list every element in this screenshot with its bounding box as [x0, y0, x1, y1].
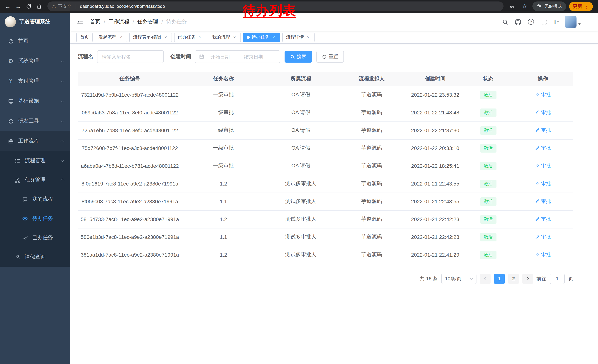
column-header-task-name: 任务名称	[182, 72, 265, 86]
page-content: 流程名 创建时间 - 搜索	[70, 44, 598, 364]
edit-pen-icon	[535, 199, 540, 204]
sidebar-item-label: 流程管理	[25, 157, 46, 164]
breadcrumb-home[interactable]: 首页	[90, 18, 100, 25]
tab-process-form-edit[interactable]: 流程表单-编辑 ×	[129, 32, 172, 42]
goto-page-input[interactable]	[550, 274, 565, 284]
refresh-icon	[322, 54, 327, 59]
table-row: 725a1eb6-7b88-11ec-8ef0-acde48001122 一级审…	[78, 121, 573, 139]
approve-button[interactable]: 审批	[535, 127, 551, 134]
approve-button[interactable]: 审批	[535, 198, 551, 205]
breadcrumb-separator: /	[162, 19, 163, 25]
page-button-1[interactable]: 1	[494, 274, 505, 284]
date-range-picker[interactable]: -	[195, 50, 280, 63]
page-button-2[interactable]: 2	[508, 274, 519, 284]
column-header-task-id: 任务编号	[78, 72, 182, 86]
font-size-icon[interactable]: TT	[553, 19, 559, 25]
edit-pen-icon	[535, 146, 540, 151]
sidebar-item-infrastructure[interactable]: 基础设施	[0, 91, 70, 111]
tab-process-detail[interactable]: 流程详情 ×	[282, 32, 315, 42]
github-icon[interactable]	[514, 18, 522, 25]
sidebar-item-payment-management[interactable]: ¥ 支付管理	[0, 71, 70, 91]
next-page-button[interactable]	[523, 274, 533, 284]
user-menu[interactable]	[565, 16, 581, 28]
tab-close-icon[interactable]: ×	[271, 35, 276, 40]
pagination: 共 16 条 10条/页 1 2 前往 页	[78, 274, 573, 284]
tab-close-icon[interactable]: ×	[118, 35, 123, 40]
sidebar-item-dev-tools[interactable]: 研发工具	[0, 111, 70, 131]
edit-pen-icon	[535, 181, 540, 186]
breadcrumb-task-management[interactable]: 任务管理	[137, 18, 158, 25]
tab-label: 已办任务	[178, 34, 196, 40]
sidebar-item-todo-tasks[interactable]: 待办任务	[0, 209, 70, 228]
sidebar-item-home[interactable]: 首页	[0, 31, 70, 51]
task-management-submenu: 我的流程 待办任务 已办任务	[0, 190, 70, 247]
browser-menu-icon[interactable]: ⋮	[584, 4, 589, 9]
sidebar-toggle-icon[interactable]	[76, 18, 84, 26]
sidebar-item-my-processes[interactable]: 我的流程	[0, 190, 70, 209]
tab-my-processes[interactable]: 我的流程 ×	[208, 32, 241, 42]
prev-page-button[interactable]	[480, 274, 490, 284]
breadcrumb-workflow[interactable]: 工作流程	[108, 18, 129, 25]
forward-icon[interactable]: →	[13, 1, 23, 11]
tab-start-process[interactable]: 发起流程 ×	[95, 32, 127, 42]
table-row: 8f059c03-7ac8-11ec-a9e2-a2380e71991a 1.1…	[78, 193, 573, 210]
cell-actions: 审批	[512, 86, 573, 104]
approve-button[interactable]: 审批	[535, 216, 551, 223]
tab-done-tasks[interactable]: 已办任务 ×	[174, 32, 206, 42]
fullscreen-icon[interactable]	[540, 18, 548, 25]
sidebar-item-process-management[interactable]: 流程管理	[0, 151, 70, 170]
sidebar-item-leave-query[interactable]: 请假查询	[0, 247, 70, 267]
approve-button[interactable]: 审批	[535, 91, 551, 98]
logo-avatar	[5, 16, 16, 27]
cell-task-name: 1.2	[182, 246, 265, 264]
process-name-input[interactable]	[97, 50, 164, 63]
cell-task-id: 58154733-7ac8-11ec-a9e2-a2380e71991a	[78, 210, 182, 228]
chevron-down-icon	[61, 119, 64, 122]
sidebar-item-done-tasks[interactable]: 已办任务	[0, 228, 70, 247]
app-logo[interactable]: 芋道管理系统	[0, 13, 70, 31]
sidebar-item-task-management[interactable]: 任务管理	[0, 170, 70, 190]
cell-task-name: 一级审批	[182, 104, 265, 121]
search-icon[interactable]	[501, 18, 509, 25]
chevron-down-icon	[61, 158, 64, 162]
cell-actions: 审批	[512, 139, 573, 157]
home-icon[interactable]	[34, 1, 44, 11]
sidebar-item-system-management[interactable]: ⚙ 系统管理	[0, 51, 70, 71]
screen: ← → ⚠ 不安全 dashboard.yudao.iocoder.cn/bpm…	[0, 0, 598, 364]
tab-close-icon[interactable]: ×	[306, 35, 311, 40]
sidebar-item-label: 系统管理	[18, 58, 39, 65]
approve-label: 审批	[541, 91, 551, 98]
cell-initiator: 芋道源码	[337, 157, 407, 175]
help-icon[interactable]: ?	[527, 18, 535, 25]
approve-label: 审批	[541, 162, 551, 169]
approve-button[interactable]: 审批	[535, 145, 551, 152]
search-button[interactable]: 搜索	[284, 51, 312, 63]
page-size-select[interactable]: 10条/页	[441, 274, 476, 284]
cell-initiator: 芋道源码	[337, 104, 407, 121]
approve-button[interactable]: 审批	[535, 251, 551, 258]
approve-button[interactable]: 审批	[535, 234, 551, 240]
tab-close-icon[interactable]: ×	[232, 35, 237, 40]
update-button[interactable]: 更新 ⋮	[569, 2, 593, 11]
start-date-input[interactable]	[206, 54, 234, 59]
edit-pen-icon	[535, 110, 540, 115]
breadcrumb: 首页 / 工作流程 / 任务管理 / 待办任务	[90, 18, 187, 25]
approve-button[interactable]: 审批	[535, 180, 551, 187]
cell-process: OA 请假	[265, 121, 337, 139]
approve-button[interactable]: 审批	[535, 109, 551, 116]
annotation-todo-list: 待办列表	[243, 2, 296, 19]
todo-task-table: 任务编号 任务名称 所属流程 流程发起人 创建时间 状态 操作	[78, 72, 573, 264]
approve-button[interactable]: 审批	[535, 162, 551, 169]
sidebar-item-workflow[interactable]: 工作流程	[0, 131, 70, 151]
password-key-icon[interactable]	[507, 1, 517, 11]
reload-icon[interactable]	[24, 1, 33, 11]
back-icon[interactable]: ←	[3, 1, 13, 11]
end-date-input[interactable]	[239, 54, 268, 59]
bookmark-star-icon[interactable]: ☆	[520, 1, 530, 11]
cell-create-time: 2022-01-21 22:42:23	[407, 228, 464, 246]
tab-todo-tasks[interactable]: 待办任务 ×	[243, 32, 280, 42]
tab-close-icon[interactable]: ×	[163, 35, 168, 40]
tab-close-icon[interactable]: ×	[198, 35, 203, 40]
reset-button[interactable]: 重置	[316, 51, 344, 63]
tab-home[interactable]: 首页	[76, 32, 93, 42]
